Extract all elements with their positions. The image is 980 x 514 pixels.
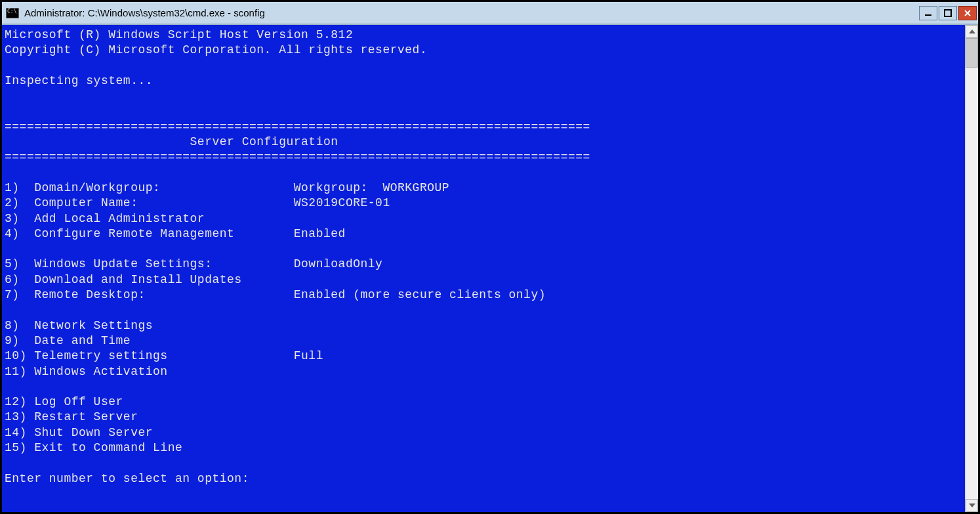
- titlebar[interactable]: Administrator: C:\Windows\system32\cmd.e…: [2, 2, 978, 24]
- inspecting-line: Inspecting system...: [5, 74, 964, 89]
- window-title: Administrator: C:\Windows\system32\cmd.e…: [24, 7, 919, 18]
- svg-rect-1: [945, 10, 951, 16]
- svg-marker-4: [969, 30, 975, 33]
- svg-rect-0: [925, 14, 931, 16]
- cmd-icon: [6, 8, 19, 18]
- command-prompt-window: Administrator: C:\Windows\system32\cmd.e…: [2, 2, 978, 512]
- menu-option-5[interactable]: 5) Windows Update Settings: DownloadOnly: [5, 257, 964, 272]
- terminal-output[interactable]: Microsoft (R) Windows Script Host Versio…: [2, 25, 965, 512]
- scrollbar-track[interactable]: [966, 38, 978, 499]
- divider-line: ========================================…: [5, 150, 964, 165]
- menu-option-10[interactable]: 10) Telemetry settings Full: [5, 349, 964, 364]
- menu-option-11[interactable]: 11) Windows Activation: [5, 364, 964, 379]
- menu-option-3[interactable]: 3) Add Local Administrator: [5, 211, 964, 226]
- menu-option-15[interactable]: 15) Exit to Command Line: [5, 440, 964, 456]
- close-button[interactable]: [958, 6, 977, 20]
- blank-line: [5, 379, 964, 395]
- blank-line: [5, 104, 964, 119]
- vertical-scrollbar[interactable]: [965, 25, 978, 512]
- divider-line: ========================================…: [5, 119, 964, 135]
- scroll-up-button[interactable]: [966, 25, 978, 38]
- menu-option-12[interactable]: 12) Log Off User: [5, 395, 964, 410]
- blank-line: [5, 89, 964, 104]
- menu-option-14[interactable]: 14) Shut Down Server: [5, 425, 964, 440]
- scrollbar-thumb[interactable]: [966, 38, 978, 68]
- blank-line: [5, 456, 964, 471]
- window-controls: [919, 6, 977, 20]
- copyright-line: Copyright (C) Microsoft Corporation. All…: [5, 43, 964, 58]
- script-host-version: Microsoft (R) Windows Script Host Versio…: [5, 28, 964, 43]
- minimize-button[interactable]: [919, 6, 937, 20]
- blank-line: [5, 165, 964, 181]
- menu-option-8[interactable]: 8) Network Settings: [5, 318, 964, 333]
- input-prompt[interactable]: Enter number to select an option:: [5, 471, 964, 486]
- menu-option-13[interactable]: 13) Restart Server: [5, 410, 964, 425]
- scroll-down-button[interactable]: [966, 499, 978, 512]
- maximize-button[interactable]: [939, 6, 957, 20]
- menu-option-7[interactable]: 7) Remote Desktop: Enabled (more secure …: [5, 288, 964, 303]
- svg-marker-5: [969, 503, 975, 507]
- blank-line: [5, 242, 964, 257]
- terminal-container: Microsoft (R) Windows Script Host Versio…: [2, 24, 978, 512]
- menu-option-1[interactable]: 1) Domain/Workgroup: Workgroup: WORKGROU…: [5, 181, 964, 196]
- menu-option-6[interactable]: 6) Download and Install Updates: [5, 272, 964, 288]
- menu-option-4[interactable]: 4) Configure Remote Management Enabled: [5, 226, 964, 242]
- menu-option-2[interactable]: 2) Computer Name: WS2019CORE-01: [5, 196, 964, 211]
- config-title: Server Configuration: [5, 135, 964, 150]
- blank-line: [5, 58, 964, 74]
- menu-option-9[interactable]: 9) Date and Time: [5, 333, 964, 349]
- blank-line: [5, 303, 964, 318]
